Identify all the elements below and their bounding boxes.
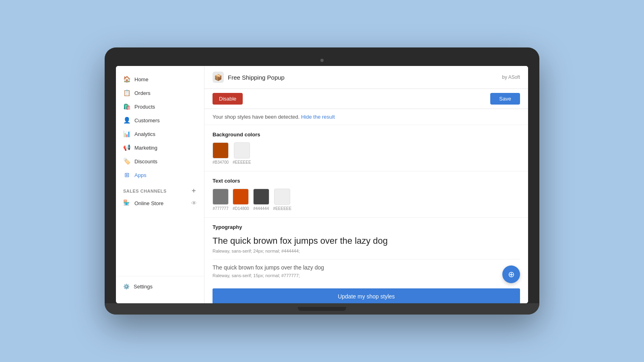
- orders-icon: 📋: [123, 89, 130, 97]
- typography-small-meta: Raleway, sans-serif; 15px; normal; #7777…: [213, 273, 520, 278]
- typography-large-meta: Raleway, sans-serif; 24px; normal; #4444…: [213, 249, 520, 253]
- sidebar-label-home: Home: [134, 76, 149, 82]
- eye-icon[interactable]: 👁: [191, 200, 197, 206]
- typography-large-sample: The quick brown fox jumps over the lazy …: [213, 236, 520, 246]
- detection-bar: Your shop styles have been detected. Hid…: [204, 109, 528, 125]
- settings-icon: ⚙️: [123, 284, 130, 290]
- app-by-label: by ASoft: [502, 74, 520, 80]
- home-icon: 🏠: [123, 76, 130, 83]
- text-color-4[interactable]: [274, 189, 290, 205]
- typography-title: Typography: [213, 224, 520, 230]
- sidebar-item-orders[interactable]: 📋 Orders: [116, 86, 204, 100]
- sidebar-item-products[interactable]: 🛍️ Products: [116, 100, 204, 113]
- marketing-icon: 📢: [123, 144, 130, 151]
- bg-color-swatch-1[interactable]: #B34700: [213, 142, 229, 165]
- bg-color-swatch-2[interactable]: #EEEEEE: [233, 142, 251, 165]
- hide-result-link[interactable]: Hide the result: [301, 114, 335, 120]
- save-button[interactable]: Save: [490, 93, 520, 105]
- sidebar-label-customers: Customers: [134, 117, 160, 123]
- typography-section: Typography The quick brown fox jumps ove…: [204, 218, 528, 303]
- sidebar-label-marketing: Marketing: [134, 145, 157, 151]
- sidebar-item-apps[interactable]: ⊞ Apps: [116, 168, 204, 182]
- sidebar-label-analytics: Analytics: [134, 131, 155, 137]
- action-bar: Disable Save: [204, 89, 528, 109]
- customers-icon: 👤: [123, 117, 130, 124]
- background-colors-section: Background colors #B34700 #EEEEEE: [204, 125, 528, 171]
- apps-icon: ⊞: [123, 171, 130, 179]
- app-header: 📦 Free Shipping Popup by ASoft: [204, 66, 528, 89]
- sidebar-label-products: Products: [134, 104, 155, 110]
- bg-color-2-label: #EEEEEE: [233, 160, 251, 165]
- text-color-3[interactable]: [253, 189, 269, 205]
- sidebar-label-apps: Apps: [134, 172, 147, 178]
- online-store-label: Online Store: [134, 200, 163, 206]
- bg-color-1-label: #B34700: [213, 160, 229, 165]
- text-color-swatch-3[interactable]: #444444: [253, 189, 269, 211]
- discounts-icon: 🏷️: [123, 158, 130, 165]
- sidebar-item-online-store[interactable]: 🏪 Online Store 👁: [116, 197, 204, 210]
- sidebar-item-settings[interactable]: ⚙️ Settings: [116, 280, 204, 293]
- typography-small-sample: The quick brown fox jumps over the lazy …: [213, 264, 520, 271]
- app-title: Free Shipping Popup: [228, 74, 285, 81]
- text-color-2[interactable]: [233, 189, 249, 205]
- text-colors-title: Text colors: [213, 178, 520, 184]
- sidebar-item-customers[interactable]: 👤 Customers: [116, 113, 204, 127]
- text-color-4-label: #EEEEEE: [273, 206, 292, 211]
- analytics-icon: 📊: [123, 130, 130, 138]
- text-color-swatch-2[interactable]: #D14800: [233, 189, 249, 211]
- sidebar-item-discounts[interactable]: 🏷️ Discounts: [116, 154, 204, 168]
- sidebar-item-analytics[interactable]: 📊 Analytics: [116, 127, 204, 141]
- bg-color-2[interactable]: [234, 142, 250, 158]
- products-icon: 🛍️: [123, 103, 130, 110]
- app-icon: 📦: [213, 72, 224, 83]
- text-color-swatch-4[interactable]: #EEEEEE: [273, 189, 292, 211]
- add-channel-button[interactable]: ＋: [190, 187, 197, 195]
- update-styles-button[interactable]: Update my shop styles: [213, 288, 520, 303]
- sidebar-label-orders: Orders: [134, 90, 151, 96]
- settings-label: Settings: [134, 284, 153, 290]
- sidebar-label-discounts: Discounts: [134, 158, 157, 165]
- online-store-icon: 🏪: [123, 200, 130, 207]
- help-button[interactable]: ⊕: [502, 265, 520, 283]
- text-color-1-label: #777777: [213, 206, 229, 211]
- sales-channels-header: SALES CHANNELS ＋: [116, 182, 204, 197]
- disable-button[interactable]: Disable: [213, 93, 243, 105]
- text-color-swatch-1[interactable]: #777777: [213, 189, 229, 211]
- text-color-2-label: #D14800: [233, 206, 249, 211]
- bg-color-1[interactable]: [213, 142, 229, 158]
- text-colors-section: Text colors #777777 #D14800 #444444: [204, 171, 528, 218]
- text-color-3-label: #444444: [253, 206, 269, 211]
- background-colors-title: Background colors: [213, 132, 520, 138]
- sidebar-item-marketing[interactable]: 📢 Marketing: [116, 141, 204, 154]
- sidebar-item-home[interactable]: 🏠 Home: [116, 72, 204, 86]
- text-color-1[interactable]: [213, 189, 229, 205]
